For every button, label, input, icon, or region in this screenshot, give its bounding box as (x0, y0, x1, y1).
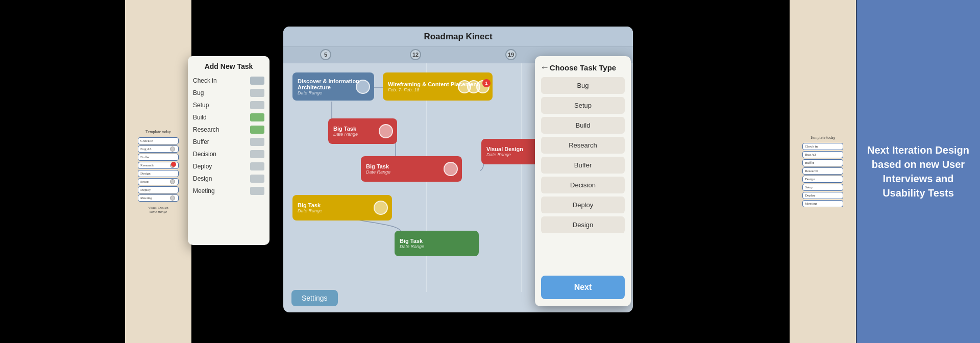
sketch-item-r-setup: Setup (802, 184, 843, 191)
task-big-yellow[interactable]: Big Task Date Range (292, 195, 392, 220)
timeline-marker-5: 5 (320, 49, 331, 60)
task-type-build[interactable]: Build (188, 111, 270, 124)
left-sketch-photo: Template today Check in Bug A3 Buffer Re… (125, 0, 191, 343)
sketch-title-left: Template today (145, 130, 170, 134)
task-type-meeting[interactable]: Meeting (188, 185, 270, 197)
grid-line-3 (521, 63, 522, 292)
task-big-2[interactable]: Big Task Date Range (361, 156, 462, 182)
sketch-item-r-deploy: Deploy (802, 192, 843, 199)
task-discover[interactable]: Discover & Information Architecture Date… (292, 72, 374, 101)
settings-button[interactable]: Settings (291, 290, 338, 306)
choose-build[interactable]: Build (541, 117, 625, 134)
task-type-checkin[interactable]: Check in (188, 75, 270, 87)
choose-setup[interactable]: Setup (541, 97, 625, 114)
sketch-item-r-design: Design (802, 176, 843, 183)
sketch-item-checkin: Check in (138, 137, 179, 144)
sketch-item-setup: Setup (138, 178, 179, 185)
right-sketch-photo: Template today Check in Bug A3 Buffer Re… (790, 0, 856, 343)
back-button[interactable]: ← (540, 62, 549, 73)
next-button[interactable]: Next (541, 276, 625, 299)
task-type-design[interactable]: Design (188, 173, 270, 185)
sketch-item-deploy: Deploy (138, 186, 179, 193)
task-big-1[interactable]: Big Task Date Range (328, 118, 397, 144)
sketch-item-buffer: Buffer (138, 154, 179, 161)
roadmap-titlebar: Roadmap Kinect (283, 27, 633, 47)
task-big-green[interactable]: Big Task Date Range (395, 231, 479, 256)
sketch-item-r-meeting: Meeting (802, 200, 843, 207)
sketch-title-right: Template today (810, 135, 835, 140)
choose-bug[interactable]: Bug (541, 77, 625, 94)
right-info-panel: Next Iteration Design based on new User … (856, 0, 980, 343)
task-type-bug[interactable]: Bug (188, 87, 270, 99)
sketch-item-bug: Bug A3 (138, 145, 179, 153)
task-circle-big1 (379, 124, 393, 138)
sketch-item-design: Design (138, 170, 179, 177)
choose-decision[interactable]: Decision (541, 177, 625, 193)
timeline-marker-19: 19 (505, 49, 517, 60)
task-wireframing[interactable]: Wireframing & Content Placement Feb. 7- … (383, 72, 493, 101)
timeline-marker-12: 12 (410, 49, 421, 60)
choose-task-list: Bug Setup Build Research Buffer Decision… (535, 77, 631, 271)
task-circle-discover (356, 80, 370, 94)
choose-deploy[interactable]: Deploy (541, 197, 625, 213)
task-circle-yellow (374, 201, 388, 215)
task-circle-big2 (444, 162, 458, 176)
task-type-setup[interactable]: Setup (188, 99, 270, 111)
task-type-buffer[interactable]: Buffer (188, 136, 270, 148)
choose-task-panel: ← Choose Task Type Bug Setup Build Resea… (535, 56, 631, 306)
choose-buffer[interactable]: Buffer (541, 157, 625, 174)
task-type-decision[interactable]: Decision (188, 148, 270, 160)
sketch-item-r-buffer: Buffer (802, 159, 843, 166)
right-info-text: Next Iteration Design based on new User … (867, 143, 970, 200)
sketch-red-dot (171, 162, 176, 167)
add-task-panel: Add New Task Check in Bug Setup Build Re… (188, 56, 270, 245)
roadmap-title: Roadmap Kinect (424, 32, 492, 42)
task-type-research[interactable]: Research (188, 124, 270, 136)
choose-design[interactable]: Design (541, 216, 625, 233)
task-badge-1: 1 (482, 79, 491, 87)
task-circles-wireframing: 1 (462, 80, 489, 93)
choose-research[interactable]: Research (541, 137, 625, 154)
sketch-item-meeting: Meeting (138, 194, 179, 202)
sketch-item-r-checkin: Check in (802, 143, 843, 150)
choose-task-title: Choose Task Type (535, 56, 631, 77)
add-task-title: Add New Task (188, 56, 270, 75)
task-type-deploy[interactable]: Deploy (188, 160, 270, 173)
sketch-item-r-research: Research (802, 167, 843, 175)
sketch-item-r-bug: Bug A3 (802, 151, 843, 158)
